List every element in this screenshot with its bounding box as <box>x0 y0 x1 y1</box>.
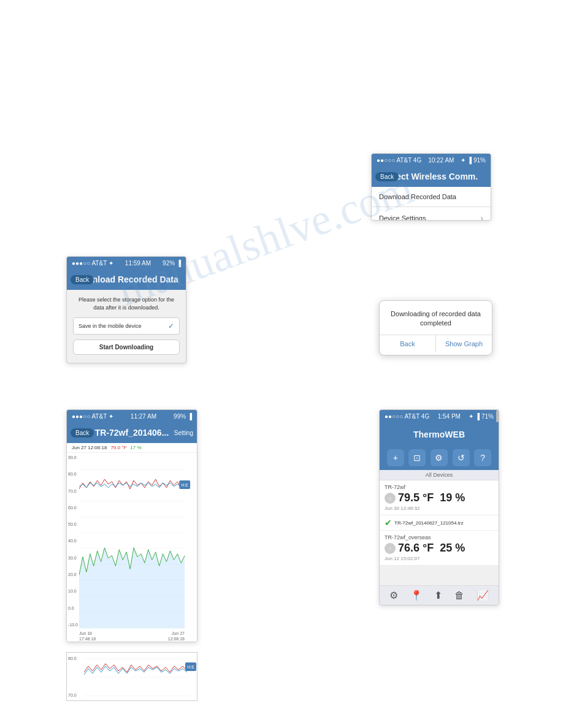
storage-option-row[interactable]: Save in the mobile device ✓ <box>73 317 180 335</box>
device-name-1: TR-72wf <box>385 484 494 490</box>
svg-text:H:E: H:E <box>187 665 194 669</box>
status-left-4: ●●●○○ AT&T ✦ <box>72 413 113 420</box>
device-card-2[interactable]: TR-72wf_overseas ○ 76.6 °F 25 % Jun 12 1… <box>380 531 499 566</box>
screen-direct-wireless: ●●○○○ AT&T 4G 10:22 AM ✦ ▐ 91% Back Dire… <box>371 153 491 221</box>
graph-svg: H:E <box>79 453 197 629</box>
storage-description: Please select the storage option for the… <box>73 296 180 311</box>
help-button[interactable]: ? <box>474 449 491 466</box>
file-check-icon: ✔ <box>385 518 392 528</box>
nav-title-4: TR-72wf_201406... <box>95 428 169 438</box>
device-icon-2: ○ <box>385 543 396 554</box>
screen-thermoweb: ●●○○○ AT&T 4G 1:54 PM ✦ ▐ 71% ThermoWEB … <box>379 409 499 605</box>
device-humid-1: 19 % <box>440 491 465 504</box>
device-date-1: Jun 30 12:48:32 <box>385 506 494 511</box>
menu-item-download-label: Download Recorded Data <box>379 193 456 200</box>
status-center-5: 1:54 PM <box>438 413 461 420</box>
status-bar-1: ●●●○○ AT&T ✦ 11:59 AM 92% ▐ <box>67 257 186 269</box>
refresh-button[interactable]: ↺ <box>453 449 470 466</box>
storage-option-label: Save in the mobile device <box>79 323 142 329</box>
back-button-2[interactable]: Back <box>375 172 399 181</box>
nav-bar-2: Back Direct Wireless Comm. <box>372 166 491 187</box>
device-temp-1: 79.5 °F <box>398 491 434 504</box>
chevron-right-icon: › <box>480 213 483 221</box>
status-left-2: ●●○○○ AT&T 4G <box>377 157 421 164</box>
svg-text:H:E: H:E <box>181 483 188 487</box>
screen-graph: ●●●○○ AT&T ✦ 11:27 AM 99% ▐ Back TR-72wf… <box>66 409 197 642</box>
menu-list-2: Download Recorded Data Device Settings › <box>372 187 491 221</box>
status-right-5: ✦ ▐ 71% <box>469 413 494 420</box>
status-left-5: ●●○○○ AT&T 4G <box>385 413 429 420</box>
thermoweb-title: ThermoWEB <box>413 430 465 439</box>
menu-item-device-settings[interactable]: Device Settings › <box>372 207 491 221</box>
small-graph: 80.0 70.0 H:E <box>66 652 197 701</box>
graph-header-info: Jun 27 12:08:18 79.0 °F 17 % <box>67 443 197 453</box>
download-complete-message: Downloading of recorded data completed <box>380 301 492 335</box>
status-left-1: ●●●○○ AT&T ✦ <box>72 260 113 267</box>
thermoweb-nav: ThermoWEB <box>380 422 499 447</box>
start-downloading-button[interactable]: Start Downloading <box>73 339 180 355</box>
device-humid-2: 25 % <box>440 542 465 555</box>
checkmark-icon: ✓ <box>168 322 174 330</box>
all-devices-header: All Devices <box>380 470 499 480</box>
setting-button-4[interactable]: Setting <box>174 430 193 436</box>
graph-x-labels: Jun 1817:48:18 Jun 2712:08:18 <box>67 629 197 642</box>
device-readings-2: ○ 76.6 °F 25 % <box>385 542 494 555</box>
status-bar-2: ●●○○○ AT&T 4G 10:22 AM ✦ ▐ 91% <box>372 154 491 166</box>
device-name-2: TR-72wf_overseas <box>385 534 494 540</box>
screen1-body: Please select the storage option for the… <box>67 290 186 360</box>
svg-text:80.0: 80.0 <box>68 656 77 661</box>
back-button-4[interactable]: Back <box>71 428 94 438</box>
graph-y-labels: 90.080.070.060.050.0 40.030.020.010.00.0… <box>68 453 78 629</box>
bottom-toolbar: ⚙ 📍 ⬆ 🗑 📈 <box>380 585 499 605</box>
status-right-4: 99% ▐ <box>174 413 192 420</box>
scroll-indicator <box>496 410 499 422</box>
back-button-1[interactable]: Back <box>71 275 94 284</box>
bottom-icon-location[interactable]: 📍 <box>410 590 423 601</box>
nav-bar-1: Back Download Recorded Data <box>67 269 186 290</box>
add-device-button[interactable]: + <box>387 449 404 466</box>
back-dialog-button[interactable]: Back <box>380 335 435 352</box>
device-file-row[interactable]: ✔ TR-72wf_20140627_121054.trz <box>380 515 499 531</box>
bottom-icon-settings[interactable]: ⚙ <box>389 590 398 601</box>
screen-download-recorded-data: ●●●○○ AT&T ✦ 11:59 AM 92% ▐ Back Downloa… <box>66 256 186 363</box>
dialog-buttons: Back Show Graph <box>380 335 492 352</box>
status-right-1: 92% ▐ <box>163 260 181 267</box>
status-center-1: 11:59 AM <box>125 260 151 267</box>
status-center-2: 10:22 AM <box>428 157 454 164</box>
graph-humidity: 17 % <box>130 445 141 450</box>
graph-date: Jun 27 12:08:18 <box>72 445 107 450</box>
show-graph-button[interactable]: Show Graph <box>435 335 492 352</box>
device-card-1[interactable]: TR-72wf ○ 79.5 °F 19 % Jun 30 12:48:32 <box>380 480 499 515</box>
status-bar-4: ●●●○○ AT&T ✦ 11:27 AM 99% ▐ <box>67 410 197 422</box>
status-right-2: ✦ ▐ 91% <box>461 157 486 164</box>
device-icon-1: ○ <box>385 493 396 504</box>
menu-item-device-settings-label: Device Settings <box>379 214 426 221</box>
device-temp-2: 76.6 °F <box>398 542 434 555</box>
status-bar-5: ●●○○○ AT&T 4G 1:54 PM ✦ ▐ 71% <box>380 410 499 422</box>
screen-download-complete: Downloading of recorded data completed B… <box>379 300 492 355</box>
bottom-icon-delete[interactable]: 🗑 <box>454 590 464 601</box>
menu-item-download[interactable]: Download Recorded Data <box>372 187 491 207</box>
display-button[interactable]: ⊡ <box>408 449 426 466</box>
status-center-4: 11:27 AM <box>131 413 156 420</box>
small-graph-svg: 80.0 70.0 H:E <box>67 653 197 701</box>
device-date-2: Jun 12 15:02:07 <box>385 556 494 561</box>
bottom-icon-graph[interactable]: 📈 <box>477 590 489 601</box>
graph-temperature: 79.0 °F <box>110 445 126 450</box>
file-name: TR-72wf_20140627_121054.trz <box>394 520 464 526</box>
settings-button[interactable]: ⚙ <box>431 449 448 466</box>
graph-area[interactable]: 90.080.070.060.050.0 40.030.020.010.00.0… <box>67 453 197 629</box>
nav-bar-4: Back TR-72wf_201406... Setting <box>67 422 197 443</box>
device-readings-1: ○ 79.5 °F 19 % <box>385 491 494 504</box>
svg-text:70.0: 70.0 <box>68 693 77 697</box>
bottom-icon-share[interactable]: ⬆ <box>434 590 442 601</box>
thermoweb-toolbar: + ⊡ ⚙ ↺ ? <box>380 447 499 470</box>
